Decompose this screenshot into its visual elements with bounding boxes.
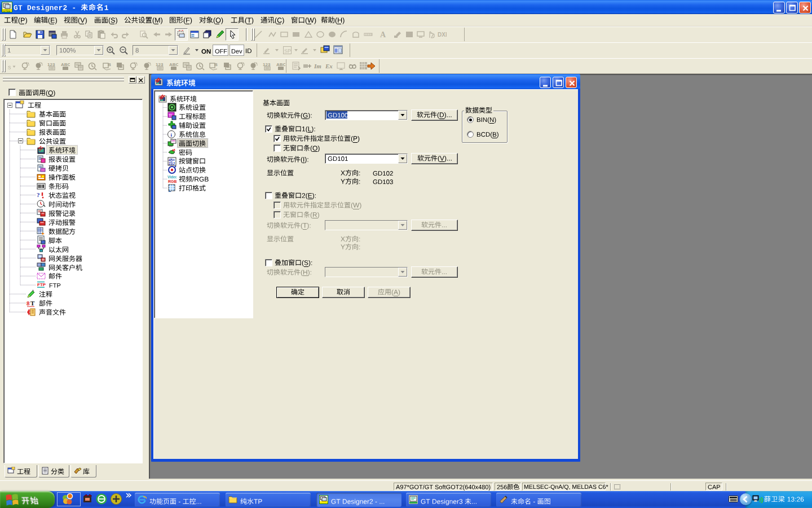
svg-text:*: * <box>173 149 174 153</box>
svg-text:Video: Video <box>167 175 176 179</box>
svg-text:23J: 23J <box>169 161 175 165</box>
